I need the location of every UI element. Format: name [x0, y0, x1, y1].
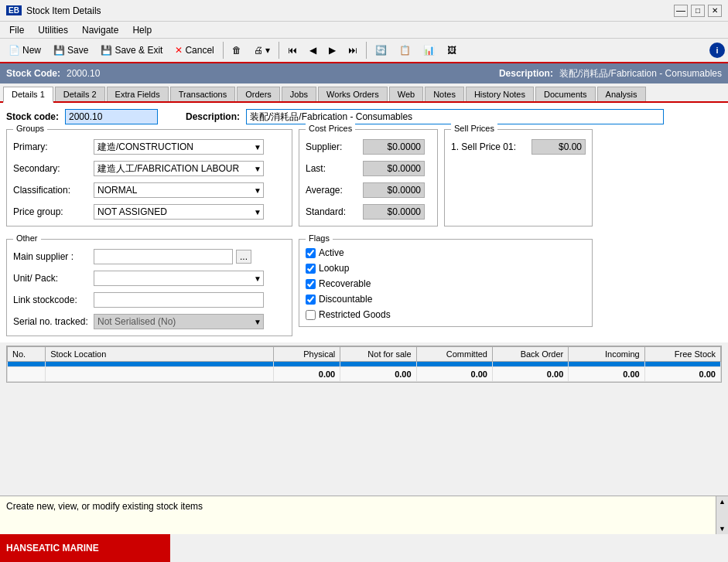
action4-button[interactable]: 🖼 — [442, 42, 462, 59]
right-column: Cost Prices Supplier: Last: Average: — [299, 129, 593, 327]
price-group-dropdown[interactable]: NOT ASSIGNED — [94, 204, 264, 220]
price-group-row: Price group: NOT ASSIGNED ▼ — [13, 204, 285, 220]
tab-notes[interactable]: Notes — [425, 87, 464, 101]
col-no: No. — [8, 347, 46, 362]
toolbar-sep-3 — [366, 42, 367, 59]
last-price-label: Last: — [306, 163, 360, 174]
groups-panel: Groups Primary: 建造/CONSTRUCTION ▼ Second… — [6, 129, 292, 227]
save-button[interactable]: 💾 Save — [48, 42, 94, 59]
action3-button[interactable]: 📊 — [418, 42, 440, 59]
link-stockcode-input[interactable] — [94, 292, 264, 308]
tab-analysis[interactable]: Analysis — [597, 87, 646, 101]
stock-code-row: Stock code: Description: — [6, 109, 722, 124]
totals-free-stock: 0.00 — [644, 367, 720, 382]
tab-jobs[interactable]: Jobs — [282, 87, 316, 101]
flag-lookup-row: Lookup — [306, 263, 586, 274]
other-title: Other — [13, 233, 41, 243]
primary-row: Primary: 建造/CONSTRUCTION ▼ — [13, 139, 285, 155]
sell-price-01-input[interactable] — [531, 139, 586, 155]
link-stockcode-label: Link stockcode: — [13, 295, 91, 305]
totals-location — [46, 367, 274, 382]
menu-file[interactable]: File — [3, 23, 30, 37]
status-message: Create new, view, or modify existing sto… — [6, 501, 203, 512]
tab-web[interactable]: Web — [389, 87, 423, 101]
menu-help[interactable]: Help — [126, 23, 158, 37]
unit-pack-dropdown[interactable] — [94, 271, 264, 286]
table-row-selected[interactable] — [8, 362, 721, 367]
flag-recoverable-label: Recoverable — [319, 278, 371, 289]
info-button[interactable]: i — [709, 43, 725, 58]
minimize-button[interactable]: — — [674, 5, 688, 17]
scroll-up-icon[interactable]: ▲ — [719, 498, 726, 506]
flag-discountable-checkbox[interactable] — [306, 295, 316, 305]
serial-label: Serial no. tracked: — [13, 316, 91, 327]
tabs-bar: Details 1 Details 2 Extra Fields Transac… — [0, 83, 728, 103]
action2-button[interactable]: 📋 — [394, 42, 416, 59]
flag-restricted-goods-row: Restricted Goods — [306, 309, 586, 320]
nav-last-button[interactable]: ⏭ — [343, 42, 363, 59]
supplier-price-input[interactable] — [363, 139, 425, 155]
flag-recoverable-row: Recoverable — [306, 278, 586, 289]
flag-active-checkbox[interactable] — [306, 248, 316, 258]
stock-code-input[interactable] — [65, 109, 158, 124]
flags-panel: Flags Active Lookup Recoverable Discount… — [299, 239, 593, 327]
brand-name: HANSEATIC MARINE — [6, 543, 99, 553]
tab-extra-fields[interactable]: Extra Fields — [107, 87, 169, 101]
totals-committed: 0.00 — [416, 367, 492, 382]
sell-prices-panel: Sell Prices 1. Sell Price 01: — [444, 129, 593, 227]
nav-prev-button[interactable]: ◀ — [304, 42, 322, 59]
tab-orders[interactable]: Orders — [237, 87, 280, 101]
classification-label: Classification: — [13, 185, 91, 196]
window-controls: — □ ✕ — [674, 5, 722, 17]
cancel-button[interactable]: ✕ Cancel — [169, 42, 219, 59]
nav-next-icon: ▶ — [329, 45, 336, 56]
print-button[interactable]: 🖨 ▾ — [248, 42, 275, 59]
tab-transactions[interactable]: Transactions — [170, 87, 236, 101]
totals-physical: 0.00 — [274, 367, 340, 382]
menu-navigate[interactable]: Navigate — [76, 23, 125, 37]
action1-button[interactable]: 🔄 — [370, 42, 392, 59]
unit-pack-row: Unit/ Pack: ▼ — [13, 271, 285, 286]
flag-discountable-label: Discountable — [319, 294, 372, 305]
tab-details1[interactable]: Details 1 — [3, 87, 53, 103]
stock-table-section: No. Stock Location Physical Not for sale… — [6, 346, 722, 383]
close-button[interactable]: ✕ — [708, 5, 722, 17]
header-bar: Stock Code: 2000.10 Description: 装配/消耗品/… — [0, 63, 728, 83]
maximize-button[interactable]: □ — [691, 5, 705, 17]
tab-works-orders[interactable]: Works Orders — [318, 87, 388, 101]
new-button[interactable]: 📄 New — [3, 42, 46, 59]
description-input[interactable] — [246, 109, 664, 124]
delete-button[interactable]: 🗑 — [227, 42, 247, 59]
flag-recoverable-checkbox[interactable] — [306, 279, 316, 289]
nav-first-button[interactable]: ⏮ — [282, 42, 302, 59]
cost-prices-title: Cost Prices — [306, 124, 355, 133]
last-price-input[interactable] — [363, 161, 425, 176]
tab-history-notes[interactable]: History Notes — [466, 87, 534, 101]
save-icon: 💾 — [53, 45, 65, 56]
col-location: Stock Location — [46, 347, 274, 362]
tab-documents[interactable]: Documents — [535, 87, 596, 101]
main-supplier-browse-button[interactable]: ... — [236, 250, 251, 264]
new-icon: 📄 — [9, 45, 20, 56]
secondary-dropdown[interactable]: 建造人工/FABRICATION LABOUR — [94, 161, 264, 176]
tab-details2[interactable]: Details 2 — [55, 87, 105, 101]
nav-next-button[interactable]: ▶ — [323, 42, 341, 59]
row-no — [8, 362, 46, 367]
primary-dropdown[interactable]: 建造/CONSTRUCTION — [94, 139, 264, 155]
col-free-stock: Free Stock — [644, 347, 720, 362]
standard-price-input[interactable] — [363, 204, 425, 220]
main-supplier-input[interactable] — [94, 249, 233, 264]
save-exit-button[interactable]: 💾 Save & Exit — [95, 42, 168, 59]
flag-lookup-checkbox[interactable] — [306, 264, 316, 274]
sell-price-01-label: 1. Sell Price 01: — [451, 141, 528, 152]
scroll-down-icon[interactable]: ▼ — [719, 525, 726, 533]
serial-dropdown[interactable]: Not Serialised (No) — [94, 314, 264, 329]
classification-dropdown[interactable]: NORMAL — [94, 182, 264, 198]
print-icon: 🖨 — [254, 45, 263, 56]
classification-dropdown-wrap: NORMAL ▼ — [94, 182, 264, 198]
description-field-label: Description: — [186, 111, 240, 122]
average-price-input[interactable] — [363, 182, 425, 198]
menu-utilities[interactable]: Utilities — [32, 23, 74, 37]
flag-restricted-goods-checkbox[interactable] — [306, 310, 316, 320]
standard-price-label: Standard: — [306, 206, 360, 217]
